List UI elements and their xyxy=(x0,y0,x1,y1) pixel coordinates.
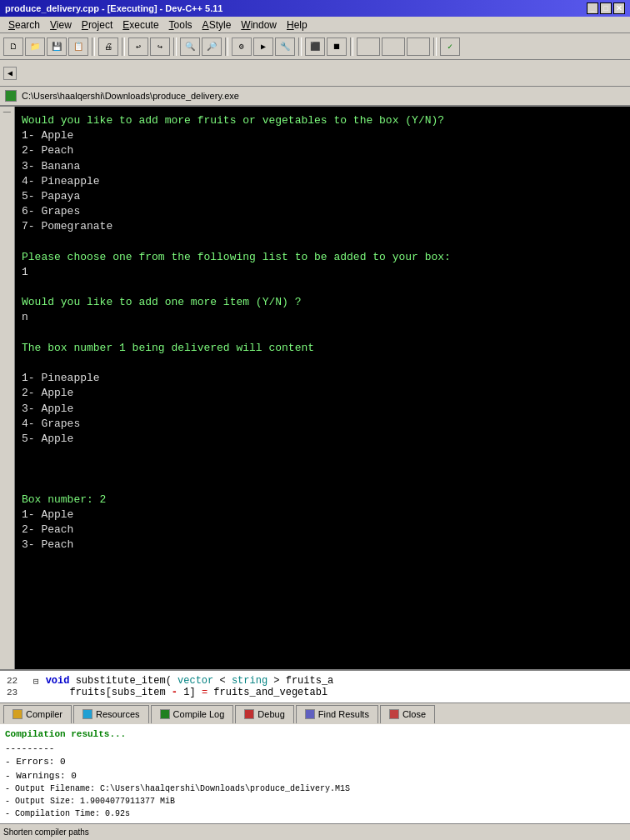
redo-button[interactable]: ↪ xyxy=(150,38,170,56)
compile-button[interactable]: ⚙ xyxy=(232,38,252,56)
menu-search[interactable]: Search xyxy=(3,18,45,32)
toolbar-2: ◀ xyxy=(0,60,630,87)
debug-tab-icon xyxy=(244,709,254,719)
compilation-warnings: - Warnings: 0 xyxy=(5,769,625,783)
tab-compile-log-label: Compile Log xyxy=(173,709,225,719)
separator-4 xyxy=(225,38,228,56)
console-line-22: 3- Peach xyxy=(22,538,623,552)
code-rest-23: fruits_and_vegetabl xyxy=(213,687,328,698)
line-num-23: 23 xyxy=(7,688,30,698)
compilation-filename: - Output Filename: C:\Users\haalqershi\D… xyxy=(5,782,625,795)
find-results-tab-icon xyxy=(305,709,315,719)
code-minus: - xyxy=(172,687,178,698)
sidebar-label: │ xyxy=(3,110,11,114)
open-button[interactable]: 📁 xyxy=(25,38,45,56)
console-blank-4 xyxy=(22,356,623,371)
separator-2 xyxy=(122,38,125,56)
title-bar-text: produce_delivery.cpp - [Executing] - Dev… xyxy=(5,3,222,13)
tab-compiler[interactable]: Compiler xyxy=(3,705,72,723)
console-line-21: 2- Peach xyxy=(22,522,623,538)
title-bar: produce_delivery.cpp - [Executing] - Dev… xyxy=(0,0,630,17)
new-button[interactable]: 🗋 xyxy=(3,38,23,56)
tab-close-label: Close xyxy=(402,709,426,719)
console-blank-6 xyxy=(22,462,623,477)
maximize-button[interactable]: □ xyxy=(600,2,612,14)
separator-3 xyxy=(173,38,177,56)
separator-6 xyxy=(350,38,353,56)
console-line-4: 3- Banana xyxy=(22,159,623,174)
console-blank-5 xyxy=(22,447,623,462)
code-text-23: fruits[subs_item - 1] = fruits_and_veget… xyxy=(46,687,328,698)
console-output[interactable]: Would you like to add more fruits or veg… xyxy=(15,107,630,669)
keyword-string: string xyxy=(232,675,268,687)
console-line-10: 1 xyxy=(22,265,623,280)
separator-7 xyxy=(433,38,437,56)
replace-button[interactable]: 🔎 xyxy=(202,38,222,56)
menu-astyle[interactable]: AStyle xyxy=(198,18,237,32)
run-button[interactable]: ▶ xyxy=(253,38,273,56)
find-button[interactable]: 🔍 xyxy=(180,38,200,56)
code-func: substitute_item( xyxy=(76,675,172,687)
code-panel-inner: 22 ⊟ void substitute_item( vector < stri… xyxy=(7,675,623,698)
console-blank-7 xyxy=(22,478,623,492)
undo-button[interactable]: ↩ xyxy=(128,38,148,56)
stop-button[interactable]: ⏹ xyxy=(327,38,347,56)
tab-debug[interactable]: Debug xyxy=(235,705,293,723)
status-bar: Shorten compiler paths xyxy=(0,823,630,840)
menu-help[interactable]: Help xyxy=(282,18,312,32)
check-button[interactable]: ✓ xyxy=(440,38,460,56)
menu-execute[interactable]: Execute xyxy=(118,18,163,32)
menu-bar: Search View Project Execute Tools AStyle… xyxy=(0,17,630,33)
build-button[interactable]: 🔧 xyxy=(275,38,295,56)
tab-compile-log[interactable]: Compile Log xyxy=(151,705,234,723)
color-btn-2[interactable] xyxy=(382,38,405,56)
side-toggle[interactable]: ◀ xyxy=(3,67,17,80)
address-bar: C:\Users\haalqershi\Downloads\produce_de… xyxy=(0,87,630,107)
debug-button[interactable]: ⬛ xyxy=(305,38,325,56)
keyword-void: void xyxy=(46,675,70,687)
console-line-18: 5- Apple xyxy=(22,432,623,447)
print-button[interactable]: 🖨 xyxy=(98,38,118,56)
color-buttons xyxy=(357,38,430,56)
compilation-time: - Compilation Time: 0.92s xyxy=(5,808,625,820)
code-rest-22: > fruits_a xyxy=(273,675,333,687)
compilation-separator: --------- xyxy=(5,742,625,756)
console-line-12: n xyxy=(22,310,623,325)
separator-1 xyxy=(92,38,95,56)
console-line-6: 5- Papaya xyxy=(22,189,623,204)
console-line-9: Please choose one from the following lis… xyxy=(22,250,623,265)
compilation-errors: - Errors: 0 xyxy=(5,755,625,769)
exe-icon xyxy=(5,90,17,102)
code-one: 1] xyxy=(183,687,202,698)
tab-resources[interactable]: Resources xyxy=(73,705,149,723)
console-line-15: 2- Apple xyxy=(22,386,623,401)
resources-tab-icon xyxy=(82,709,92,719)
status-text: Shorten compiler paths xyxy=(3,828,89,837)
menu-window[interactable]: Window xyxy=(236,18,282,32)
close-tab-icon xyxy=(389,709,399,719)
console-line-17: 4- Grapes xyxy=(22,417,623,432)
sidebar: │ xyxy=(0,107,15,669)
menu-project[interactable]: Project xyxy=(77,18,118,32)
fold-icon-22[interactable]: ⊟ xyxy=(33,676,39,687)
console-line-11: Would you like to add one more item (Y/N… xyxy=(22,295,623,310)
color-btn-3[interactable] xyxy=(407,38,430,56)
code-text-22: void substitute_item( vector < string > … xyxy=(46,675,334,687)
color-btn-1[interactable] xyxy=(357,38,380,56)
close-button[interactable]: ✕ xyxy=(613,2,625,14)
tab-close[interactable]: Close xyxy=(380,705,435,723)
tab-debug-label: Debug xyxy=(258,709,284,719)
menu-tools[interactable]: Tools xyxy=(164,18,198,32)
save-button[interactable]: 💾 xyxy=(47,38,67,56)
code-angle: < xyxy=(219,675,225,687)
code-indent: fruits[subs_item xyxy=(46,687,166,698)
minimize-button[interactable]: _ xyxy=(587,2,598,14)
menu-view[interactable]: View xyxy=(45,18,77,32)
console-blank-1 xyxy=(22,235,623,250)
tab-find-results[interactable]: Find Results xyxy=(296,705,378,723)
tab-bar: Compiler Resources Compile Log Debug Fin… xyxy=(0,702,630,724)
compilation-size: - Output Size: 1.9004077911377 MiB xyxy=(5,795,625,808)
save-all-button[interactable]: 📋 xyxy=(68,38,88,56)
console-line-5: 4- Pineapple xyxy=(22,174,623,189)
code-equals: = xyxy=(202,687,208,698)
